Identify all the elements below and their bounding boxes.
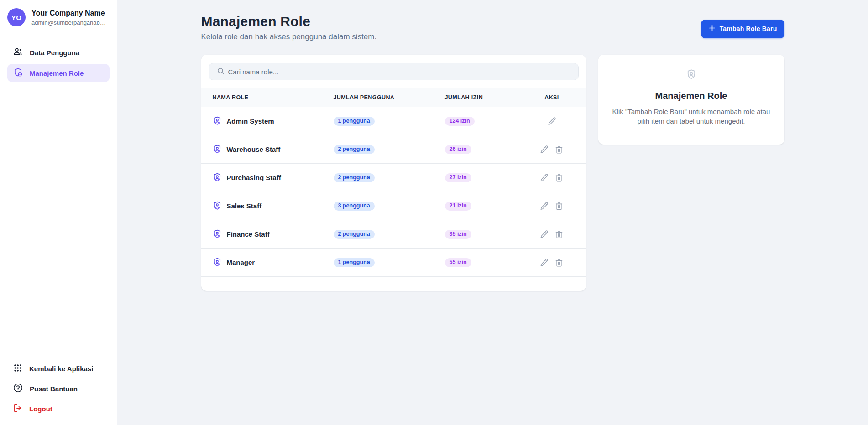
cell-actions [529, 220, 586, 249]
pencil-icon [540, 258, 549, 267]
edit-role-button[interactable] [540, 230, 549, 238]
sidebar-item-label: Manajemen Role [30, 69, 84, 77]
trash-icon [554, 258, 564, 267]
edit-role-button[interactable] [548, 117, 556, 125]
search-icon [217, 67, 225, 77]
sidebar-item-label: Data Pengguna [30, 49, 79, 57]
table-row[interactable]: Admin System 1 pengguna 124 izin [201, 107, 586, 135]
row-actions [540, 202, 564, 211]
role-shield-icon [213, 172, 222, 183]
sidebar-footer-nav: Kembali ke Aplikasi Pusat Bantuan Logout [7, 353, 110, 418]
delete-role-button[interactable] [554, 145, 564, 154]
panel-title: Manajemen Role [611, 90, 772, 102]
table-row[interactable]: Purchasing Staff 2 pengguna 27 izin [201, 164, 586, 192]
cell-permissions-count: 21 izin [445, 192, 529, 220]
cell-users-count: 2 pengguna [334, 220, 445, 249]
edit-role-button[interactable] [540, 173, 549, 182]
pencil-icon [540, 145, 549, 154]
role-name: Manager [227, 258, 255, 267]
cell-permissions-count: 26 izin [445, 135, 529, 164]
trash-icon [554, 230, 564, 239]
cell-role-name: Sales Staff [201, 192, 334, 220]
sidebar-item-manajemen-role[interactable]: Manajemen Role [7, 64, 110, 82]
search-box [209, 63, 579, 80]
trash-icon [554, 145, 564, 154]
cell-role-name: Purchasing Staff [201, 164, 334, 192]
panel-description: Klik "Tambah Role Baru" untuk menambah r… [611, 107, 772, 126]
search-wrap [201, 55, 586, 88]
sidebar-item-data-pengguna[interactable]: Data Pengguna [7, 43, 110, 62]
roles-table: NAMA ROLE JUMLAH PENGGUNA JUMLAH IZIN AK… [201, 88, 586, 277]
table-row[interactable]: Finance Staff 2 pengguna 35 izin [201, 220, 586, 249]
table-row[interactable]: Sales Staff 3 pengguna 21 izin [201, 192, 586, 220]
table-row[interactable]: Manager 1 pengguna 55 izin [201, 249, 586, 277]
column-header-nama-role: NAMA ROLE [201, 88, 334, 107]
delete-role-button[interactable] [554, 202, 564, 211]
shield-placeholder-icon [611, 69, 772, 80]
role-name-wrap: Admin System [213, 116, 334, 126]
role-shield-icon [213, 144, 222, 155]
role-name-wrap: Warehouse Staff [213, 144, 334, 155]
roles-card: NAMA ROLE JUMLAH PENGGUNA JUMLAH IZIN AK… [201, 55, 586, 291]
page-subtitle: Kelola role dan hak akses pengguna dalam… [201, 32, 377, 42]
logout-icon [13, 404, 22, 414]
page-header: Manajemen Role Kelola role dan hak akses… [201, 13, 784, 42]
row-actions [540, 258, 564, 267]
pencil-icon [540, 173, 549, 182]
role-shield-icon [213, 201, 222, 211]
edit-role-button[interactable] [540, 202, 549, 210]
role-name: Sales Staff [227, 201, 262, 211]
role-name-wrap: Purchasing Staff [213, 172, 334, 183]
cell-actions [529, 249, 586, 277]
cell-users-count: 2 pengguna [334, 164, 445, 192]
table-row[interactable]: Warehouse Staff 2 pengguna 26 izin [201, 135, 586, 164]
cell-users-count: 2 pengguna [334, 135, 445, 164]
permissions-count-badge: 26 izin [445, 145, 471, 154]
permissions-count-badge: 124 izin [445, 117, 475, 126]
users-count-badge: 1 pengguna [334, 117, 375, 126]
delete-role-button[interactable] [554, 258, 564, 267]
column-header-aksi: AKSI [529, 88, 586, 107]
delete-role-button[interactable] [554, 173, 564, 182]
avatar: YO [7, 8, 26, 26]
company-email: admin@sumberpanganab… [31, 19, 106, 26]
table-header-row: NAMA ROLE JUMLAH PENGGUNA JUMLAH IZIN AK… [201, 88, 586, 107]
row-actions [540, 230, 564, 239]
sidebar-item-logout[interactable]: Logout [7, 399, 110, 418]
search-input[interactable] [228, 68, 573, 76]
role-name-wrap: Manager [213, 257, 334, 268]
role-name-wrap: Finance Staff [213, 229, 334, 239]
users-count-badge: 3 pengguna [334, 202, 375, 211]
column-header-jumlah-pengguna: JUMLAH PENGGUNA [334, 88, 445, 107]
trash-icon [554, 202, 564, 211]
help-icon [13, 383, 23, 394]
user-card: YO Your Company Name admin@sumberpangana… [7, 7, 110, 27]
sidebar-item-pusat-bantuan[interactable]: Pusat Bantuan [7, 379, 110, 398]
pencil-icon [548, 117, 556, 125]
cell-role-name: Manager [201, 249, 334, 277]
plus-icon [708, 24, 716, 33]
role-shield-icon [213, 257, 222, 268]
role-shield-icon [213, 116, 222, 126]
pencil-icon [540, 202, 549, 210]
delete-role-button[interactable] [554, 230, 564, 239]
edit-role-button[interactable] [540, 145, 549, 154]
row-actions [540, 145, 564, 154]
users-icon [13, 47, 23, 58]
role-name: Purchasing Staff [227, 173, 281, 182]
cell-users-count: 1 pengguna [334, 249, 445, 277]
edit-role-button[interactable] [540, 258, 549, 267]
cell-actions [529, 107, 586, 135]
add-role-button[interactable]: Tambah Role Baru [701, 20, 784, 38]
column-header-jumlah-izin: JUMLAH IZIN [445, 88, 529, 107]
cell-permissions-count: 124 izin [445, 107, 529, 135]
cell-permissions-count: 27 izin [445, 164, 529, 192]
users-count-badge: 1 pengguna [334, 258, 375, 267]
table-footer-spacer [201, 277, 586, 291]
users-count-badge: 2 pengguna [334, 173, 375, 182]
sidebar-item-label: Logout [29, 405, 52, 413]
cell-permissions-count: 55 izin [445, 249, 529, 277]
sidebar-item-kembali-ke-aplikasi[interactable]: Kembali ke Aplikasi [7, 359, 110, 378]
permissions-count-badge: 21 izin [445, 202, 471, 211]
users-count-badge: 2 pengguna [334, 230, 375, 239]
